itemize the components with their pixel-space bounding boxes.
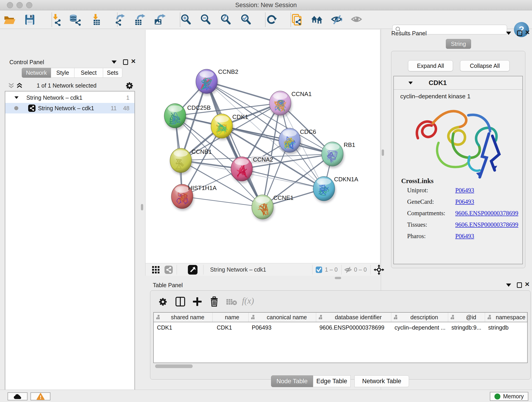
- expand-all-button[interactable]: Expand All: [408, 60, 453, 71]
- network-node-count: 11: [111, 105, 117, 112]
- control-panel-float-icon[interactable]: [123, 59, 128, 65]
- tab-sets[interactable]: Sets: [103, 68, 122, 78]
- collection-count: 1: [126, 95, 129, 101]
- gene-section-header[interactable]: CDK1: [394, 76, 522, 89]
- share-view-icon[interactable]: [164, 265, 173, 274]
- zoom-in-button[interactable]: [179, 13, 193, 26]
- window-minimize-button[interactable]: [17, 2, 23, 8]
- save-session-button[interactable]: [23, 13, 36, 26]
- network-canvas[interactable]: CCNB2CCNA1CDC25BCDK1CDC6RB1CCNB1CCNA2CDK…: [145, 30, 380, 263]
- gene-description: cyclin–dependent kinase 1: [394, 89, 522, 100]
- collapse-all-button[interactable]: Collapse All: [460, 60, 510, 71]
- copy-network-button[interactable]: [290, 13, 303, 26]
- network-edge-count: 48: [123, 105, 129, 112]
- control-panel-title: Control Panel: [9, 59, 44, 65]
- node-label-ccnb1: CCNB1: [191, 148, 212, 155]
- export-image-button[interactable]: [153, 13, 166, 26]
- tab-edge-table[interactable]: Edge Table: [313, 375, 351, 387]
- hide-selected-button[interactable]: [330, 13, 344, 26]
- collapse-all-icon[interactable]: [8, 82, 15, 89]
- table-cell: stringdb: [485, 322, 527, 333]
- table-cell: stringdb:9...: [448, 322, 485, 333]
- warning-icon: [36, 393, 45, 400]
- memory-button[interactable]: Memory: [490, 392, 528, 401]
- tab-node-table[interactable]: Node Table: [271, 375, 313, 387]
- results-panel-close-icon[interactable]: ×: [525, 29, 530, 35]
- network-view-toolbar: String Network – cdk1 1 – 0 0 – 0: [145, 263, 380, 276]
- window-zoom-button[interactable]: [26, 2, 32, 8]
- split-view-icon[interactable]: [175, 296, 186, 307]
- network-row[interactable]: String Network – cdk1 11 48: [5, 103, 134, 114]
- export-table-button[interactable]: [133, 13, 146, 26]
- gene-collapse-icon[interactable]: [409, 82, 413, 84]
- network-graph[interactable]: CCNB2CCNA1CDC25BCDK1CDC6RB1CCNB1CCNA2CDK…: [146, 30, 380, 262]
- hidden-count: 0 – 0: [354, 266, 367, 273]
- crosslink-value[interactable]: P06493: [455, 187, 474, 194]
- export-network-button[interactable]: [114, 13, 127, 26]
- current-network-title: String Network – cdk1: [210, 266, 266, 273]
- zoom-out-icon: [200, 13, 212, 26]
- grid-view-icon[interactable]: [152, 266, 160, 274]
- results-panel-menu-icon[interactable]: [506, 32, 511, 35]
- crosslink-label: Compartments:: [407, 210, 455, 217]
- network-collection-row[interactable]: String Network – cdk1 1: [5, 92, 134, 103]
- node-table[interactable]: shared namenamecanonical namedatabase id…: [153, 312, 528, 363]
- crosslink-value[interactable]: P06493: [455, 198, 474, 205]
- column-header-sharedname[interactable]: shared name: [154, 313, 213, 322]
- network-options-gear-icon[interactable]: [125, 81, 134, 90]
- table-settings-gear-icon[interactable]: [158, 297, 168, 307]
- main-toolbar: ?: [0, 10, 532, 29]
- string-homes-button[interactable]: [310, 13, 324, 26]
- left-splitter-handle[interactable]: [141, 204, 143, 211]
- table-panel-close-icon[interactable]: ×: [525, 281, 530, 287]
- show-all-button[interactable]: [350, 13, 364, 26]
- crosslink-value[interactable]: 9606.ENSP00000378699: [455, 210, 518, 217]
- import-table-button[interactable]: [89, 13, 103, 26]
- crosslink-value[interactable]: 9606.ENSP00000378699: [455, 221, 518, 228]
- column-tree-icon: [251, 315, 256, 320]
- cloud-button[interactable]: [7, 392, 27, 400]
- control-panel-close-icon[interactable]: ×: [131, 58, 136, 64]
- node-label-ccna1: CCNA1: [291, 90, 312, 97]
- tab-string[interactable]: String: [446, 39, 471, 49]
- tab-network-table[interactable]: Network Table: [355, 375, 409, 387]
- column-header-description[interactable]: description: [391, 313, 448, 322]
- birdseye-view-icon[interactable]: [188, 265, 198, 275]
- column-header-id[interactable]: @id: [448, 313, 485, 322]
- bottom-splitter-handle[interactable]: [335, 277, 341, 279]
- window-close-button[interactable]: [7, 2, 13, 8]
- add-column-icon[interactable]: [192, 296, 203, 307]
- export-image-icon: [153, 13, 166, 26]
- import-network-database-button[interactable]: [68, 13, 82, 26]
- import-network-file-button[interactable]: [49, 13, 63, 26]
- column-header-name[interactable]: name: [213, 313, 249, 322]
- open-session-button[interactable]: [2, 13, 16, 26]
- control-panel-menu-icon[interactable]: [112, 61, 117, 64]
- expand-all-icon[interactable]: [16, 82, 23, 89]
- zoom-fit-button[interactable]: [219, 13, 233, 26]
- collection-expand-icon[interactable]: [14, 96, 19, 99]
- table-panel-menu-icon[interactable]: [506, 283, 511, 287]
- table-row[interactable]: CDK1CDK1P064939606.ENSP00000378699cyclin…: [154, 322, 527, 333]
- warning-button[interactable]: [31, 392, 51, 400]
- table-hscrollbar[interactable]: [153, 364, 528, 369]
- tab-network[interactable]: Network: [22, 68, 51, 78]
- table-cell: CDK1: [213, 322, 249, 333]
- refresh-layout-button[interactable]: [265, 13, 278, 26]
- delete-table-icon: [226, 298, 237, 306]
- column-header-canonicalname[interactable]: canonical name: [249, 313, 316, 322]
- hscrollbar-thumb[interactable]: [155, 364, 193, 368]
- zoom-selected-button[interactable]: [239, 13, 253, 26]
- collection-name: String Network – cdk1: [26, 95, 82, 101]
- selected-checkbox[interactable]: [316, 266, 322, 273]
- tab-select[interactable]: Select: [74, 68, 103, 78]
- results-panel-float-icon[interactable]: [517, 31, 522, 36]
- selected-count: 1 – 0: [325, 266, 338, 273]
- column-header-namespace[interactable]: namespace: [485, 313, 527, 322]
- column-header-databaseidentifier[interactable]: database identifier: [316, 313, 391, 322]
- zoom-out-button[interactable]: [199, 13, 212, 26]
- tab-style[interactable]: Style: [51, 68, 75, 78]
- crosslink-value[interactable]: P06493: [455, 233, 474, 240]
- table-panel-float-icon[interactable]: [517, 282, 522, 288]
- delete-column-trash-icon[interactable]: [209, 296, 220, 307]
